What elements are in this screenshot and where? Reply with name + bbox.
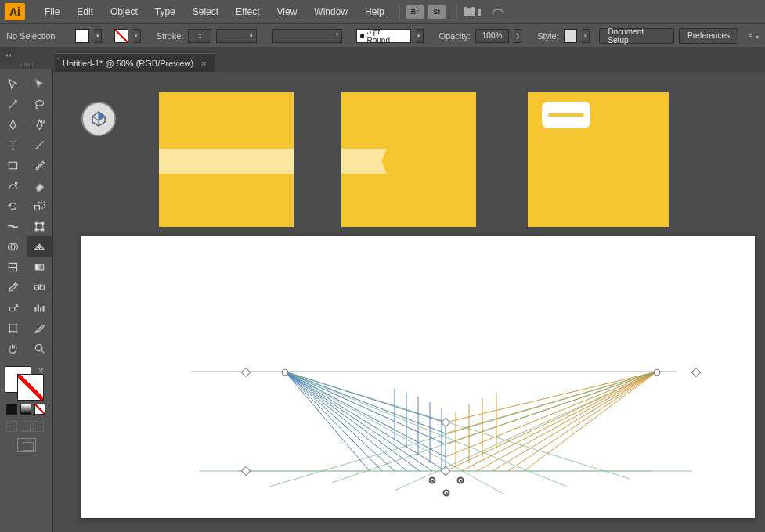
perspective-plane-widget[interactable] [81, 102, 116, 136]
artboard-tool[interactable] [0, 318, 27, 338]
menu-effect[interactable]: Effect [227, 2, 268, 22]
document-tab-title: Untitled-1* @ 50% (RGB/Preview) [63, 59, 193, 68]
pin-control-bar-icon[interactable]: ⊧▾ [748, 30, 759, 41]
control-bar: No Selection ▾ ▾ Stroke: ▴▾ ▾ 3 pt. Roun… [0, 23, 765, 47]
svg-rect-19 [10, 325, 17, 332]
document-tab[interactable]: × Untitled-1* @ 50% (RGB/Preview) × [55, 53, 215, 72]
curvature-tool[interactable] [27, 114, 53, 135]
menu-view[interactable]: View [269, 2, 306, 22]
draw-behind[interactable] [20, 421, 31, 432]
vanishing-point-right[interactable] [654, 369, 661, 376]
svg-rect-17 [38, 284, 41, 288]
svg-rect-14 [35, 264, 43, 270]
eyedropper-tool[interactable] [0, 277, 27, 297]
menu-type[interactable]: Type [146, 2, 184, 22]
bridge-icon[interactable]: Br [406, 5, 424, 19]
magic-wand-tool[interactable] [0, 94, 27, 114]
color-mode-gradient[interactable] [20, 404, 31, 415]
fill-dropdown[interactable]: ▾ [94, 29, 102, 43]
slice-tool[interactable] [27, 318, 53, 338]
column-graph-tool[interactable] [27, 297, 53, 318]
menu-file[interactable]: File [36, 2, 68, 22]
stroke-dropdown[interactable]: ▾ [133, 29, 141, 43]
arrange-documents-icon[interactable]: ▾ [464, 7, 481, 16]
symbol-sprayer-tool[interactable] [0, 297, 27, 318]
preferences-button[interactable]: Preferences [679, 28, 738, 44]
artboard[interactable] [81, 236, 755, 518]
draw-inside[interactable] [33, 421, 44, 432]
opacity-label: Opacity: [438, 31, 470, 41]
draw-normal[interactable] [6, 421, 17, 432]
stroke-weight-dropdown[interactable]: ▾ [216, 29, 257, 43]
fill-stroke-indicator[interactable]: ⤭ [5, 366, 44, 401]
rectangle-tool[interactable] [0, 155, 27, 175]
svg-line-43 [493, 372, 657, 471]
drawing-modes [6, 421, 46, 432]
menu-object[interactable]: Object [102, 2, 146, 22]
opacity-dropdown[interactable]: ❯ [514, 29, 521, 43]
pen-tool[interactable] [0, 114, 27, 135]
document-setup-button[interactable]: Document Setup [599, 28, 674, 44]
svg-line-54 [285, 372, 630, 479]
color-mode-solid[interactable] [6, 404, 17, 415]
mesh-tool[interactable] [0, 257, 27, 277]
perspective-grid-tool[interactable] [27, 236, 53, 257]
graphic-style-dropdown[interactable]: ▾ [582, 29, 590, 43]
menu-select[interactable]: Select [184, 2, 227, 22]
stroke-weight-stepper[interactable]: ▴▾ [188, 29, 211, 43]
brush-definition[interactable]: 3 pt. Round [356, 29, 411, 43]
svg-point-0 [35, 100, 43, 106]
blend-tool[interactable] [27, 277, 53, 297]
opacity-input[interactable]: 100% [475, 29, 510, 43]
menu-window[interactable]: Window [305, 2, 356, 22]
shape-builder-tool[interactable] [0, 236, 27, 257]
stroke-color-icon[interactable] [17, 374, 44, 401]
screen-mode-icon[interactable] [17, 438, 36, 452]
swap-fill-stroke-icon[interactable]: ⤭ [38, 366, 44, 375]
artwork-card-2[interactable] [341, 92, 476, 227]
eraser-tool[interactable] [27, 175, 53, 196]
panel-collapse-toggle[interactable]: ◂◂ [0, 47, 16, 63]
width-tool[interactable] [0, 216, 27, 236]
svg-line-59 [395, 372, 657, 491]
free-transform-tool[interactable] [27, 216, 53, 236]
lasso-tool[interactable] [27, 94, 53, 114]
stock-icon[interactable]: St [428, 5, 446, 19]
rotate-tool[interactable] [0, 196, 27, 216]
graphic-style-swatch[interactable] [564, 29, 578, 43]
vanishing-point-left[interactable] [282, 369, 289, 376]
color-mode-none[interactable] [34, 404, 45, 415]
app-logo-icon: Ai [5, 3, 25, 20]
zoom-tool[interactable] [27, 338, 53, 358]
artwork-card-1[interactable] [159, 92, 294, 227]
paintbrush-tool[interactable] [27, 155, 53, 175]
svg-rect-16 [40, 285, 44, 289]
menu-edit[interactable]: Edit [68, 2, 102, 22]
gradient-tool[interactable] [27, 257, 53, 277]
round-brush-icon [360, 34, 365, 38]
ground-handle[interactable] [429, 477, 436, 484]
brush-dropdown[interactable]: ▾ [416, 29, 424, 43]
scale-tool[interactable] [27, 196, 53, 216]
menu-help[interactable]: Help [356, 2, 393, 22]
toolbar-grip[interactable] [0, 61, 53, 67]
shaper-tool[interactable] [0, 175, 27, 196]
stroke-swatch[interactable] [114, 29, 128, 43]
hand-tool[interactable] [0, 338, 27, 358]
artwork-card-3[interactable] [528, 92, 669, 227]
svg-rect-15 [34, 285, 38, 289]
direct-selection-tool[interactable] [27, 74, 53, 94]
close-tab-icon[interactable]: × [201, 59, 206, 68]
variable-width-profile[interactable] [272, 29, 342, 43]
ground-handle[interactable] [457, 477, 464, 484]
fill-swatch[interactable] [75, 29, 89, 43]
svg-point-20 [35, 344, 42, 351]
type-tool[interactable] [0, 135, 27, 155]
canvas[interactable] [53, 72, 765, 532]
line-segment-tool[interactable] [27, 135, 53, 155]
ground-handle[interactable] [443, 490, 450, 497]
svg-line-58 [332, 372, 657, 483]
ribbon-tag [341, 149, 387, 174]
sync-settings-icon[interactable] [490, 5, 506, 18]
selection-tool[interactable] [0, 74, 27, 94]
